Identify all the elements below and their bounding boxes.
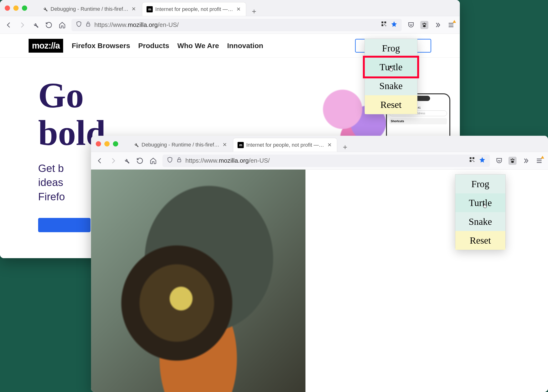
devtools-button[interactable] [122, 157, 131, 165]
browser-window-2: Debugging - Runtime / this-firef… ✕ m In… [91, 136, 548, 392]
tab-title: Internet for people, not profit —… [246, 142, 324, 148]
hero-cta-button[interactable] [38, 218, 91, 232]
popup-item-frog[interactable]: Frog [365, 39, 417, 58]
new-tab-button[interactable]: + [338, 143, 352, 152]
svg-rect-15 [474, 161, 474, 162]
tab-strip: Debugging - Runtime / this-firef… ✕ m In… [38, 0, 455, 16]
extension-popup: Frog Turtle Snake Reset [364, 39, 417, 114]
url-text: https://www.mozilla.org/en-US/ [185, 157, 270, 164]
tab-close-button[interactable]: ✕ [235, 6, 242, 12]
popup-item-turtle[interactable]: Turtle [455, 193, 505, 212]
url-text: https://www.mozilla.org/en-US/ [94, 21, 179, 28]
nav-firefox-browsers[interactable]: Firefox Browsers [72, 42, 130, 50]
pocket-button[interactable] [407, 21, 415, 29]
titlebar: Debugging - Runtime / this-firef… ✕ m In… [91, 136, 548, 152]
minimize-window-button[interactable] [104, 141, 110, 147]
turtle-image [91, 169, 306, 392]
mozilla-logo[interactable]: moz://a [28, 39, 63, 53]
paw-extension-button[interactable] [420, 21, 428, 29]
svg-rect-11 [470, 157, 471, 159]
devtools-button[interactable] [31, 21, 40, 29]
popup-item-reset[interactable]: Reset [365, 95, 417, 114]
forward-button[interactable] [109, 157, 117, 165]
toolbar: https://www.mozilla.org/en-US/ [91, 152, 548, 169]
maximize-window-button[interactable] [113, 141, 118, 147]
hamburger-menu-button[interactable] [447, 21, 455, 29]
tab-mozilla[interactable]: m Internet for people, not profit —… ✕ [142, 2, 246, 16]
cursor-hand-icon [482, 200, 488, 206]
url-bar[interactable]: https://www.mozilla.org/en-US/ [71, 19, 402, 31]
svg-rect-4 [384, 24, 385, 25]
tab-mozilla[interactable]: m Internet for people, not profit —… ✕ [233, 138, 337, 152]
tab-title: Debugging - Runtime / this-firef… [50, 6, 128, 12]
tab-strip: Debugging - Runtime / this-firef… ✕ m In… [129, 136, 543, 152]
popup-item-snake[interactable]: Snake [455, 212, 505, 231]
nav-innovation[interactable]: Innovation [227, 42, 263, 50]
back-button[interactable] [96, 157, 104, 165]
shield-icon[interactable] [76, 21, 82, 29]
paw-extension-button[interactable] [508, 157, 517, 165]
svg-rect-0 [86, 24, 90, 26]
overflow-button[interactable] [522, 157, 530, 165]
svg-rect-14 [472, 160, 473, 161]
forward-button[interactable] [18, 21, 26, 29]
svg-rect-1 [381, 21, 383, 23]
tab-debugging[interactable]: Debugging - Runtime / this-firef… ✕ [129, 138, 232, 152]
overflow-button[interactable] [434, 21, 442, 29]
qr-icon[interactable] [381, 21, 387, 29]
wrench-icon [133, 142, 139, 148]
pocket-button[interactable] [495, 157, 503, 165]
phone-shortcuts-card: Shortcuts [389, 118, 447, 124]
tab-close-button[interactable]: ✕ [327, 142, 333, 148]
reload-button[interactable] [45, 21, 53, 29]
minimize-window-button[interactable] [13, 6, 19, 11]
popup-item-turtle[interactable]: Turtle [365, 58, 417, 77]
svg-rect-2 [384, 21, 386, 23]
svg-rect-3 [381, 24, 383, 26]
close-window-button[interactable] [96, 141, 101, 147]
bookmark-star-icon[interactable] [391, 21, 398, 29]
wrench-icon [42, 6, 48, 12]
svg-rect-10 [178, 160, 181, 162]
svg-point-9 [423, 25, 426, 27]
nav-who-we-are[interactable]: Who We Are [177, 42, 219, 50]
reload-button[interactable] [136, 157, 144, 165]
new-tab-button[interactable]: + [247, 7, 261, 16]
extension-popup: Frog Turtle Snake Reset [455, 174, 505, 250]
tab-close-button[interactable]: ✕ [131, 6, 137, 12]
tab-title: Debugging - Runtime / this-firef… [142, 142, 219, 148]
popup-item-reset[interactable]: Reset [455, 231, 505, 250]
nav-products[interactable]: Products [138, 42, 169, 50]
notification-dot-icon [541, 156, 544, 159]
tab-debugging[interactable]: Debugging - Runtime / this-firef… ✕ [38, 2, 141, 16]
mozilla-favicon-icon: m [147, 6, 153, 12]
toolbar: https://www.mozilla.org/en-US/ [0, 16, 460, 34]
cursor-hand-icon [388, 63, 394, 70]
popup-item-label: Turtle [469, 197, 492, 208]
svg-point-16 [511, 159, 512, 160]
site-nav: Firefox Browsers Products Who We Are Inn… [72, 42, 263, 50]
tab-close-button[interactable]: ✕ [221, 142, 228, 148]
shield-icon[interactable] [167, 157, 173, 165]
mozilla-favicon-icon: m [238, 142, 244, 148]
notification-dot-icon [453, 20, 456, 23]
lock-icon[interactable] [176, 157, 182, 164]
maximize-window-button[interactable] [22, 6, 27, 11]
svg-rect-13 [470, 160, 471, 162]
url-bar[interactable]: https://www.mozilla.org/en-US/ [163, 154, 490, 167]
home-button[interactable] [149, 157, 157, 165]
lock-icon[interactable] [85, 21, 91, 28]
popup-item-snake[interactable]: Snake [365, 77, 417, 95]
traffic-lights [5, 6, 27, 11]
back-button[interactable] [5, 21, 13, 29]
svg-point-18 [513, 159, 514, 160]
close-window-button[interactable] [5, 6, 10, 11]
hamburger-menu-button[interactable] [535, 157, 543, 165]
home-button[interactable] [58, 21, 66, 29]
popup-item-frog[interactable]: Frog [455, 175, 505, 193]
svg-point-6 [422, 23, 424, 25]
bookmark-star-icon[interactable] [479, 156, 486, 165]
qr-icon[interactable] [469, 156, 475, 165]
svg-point-19 [511, 161, 514, 163]
traffic-lights [96, 141, 118, 147]
